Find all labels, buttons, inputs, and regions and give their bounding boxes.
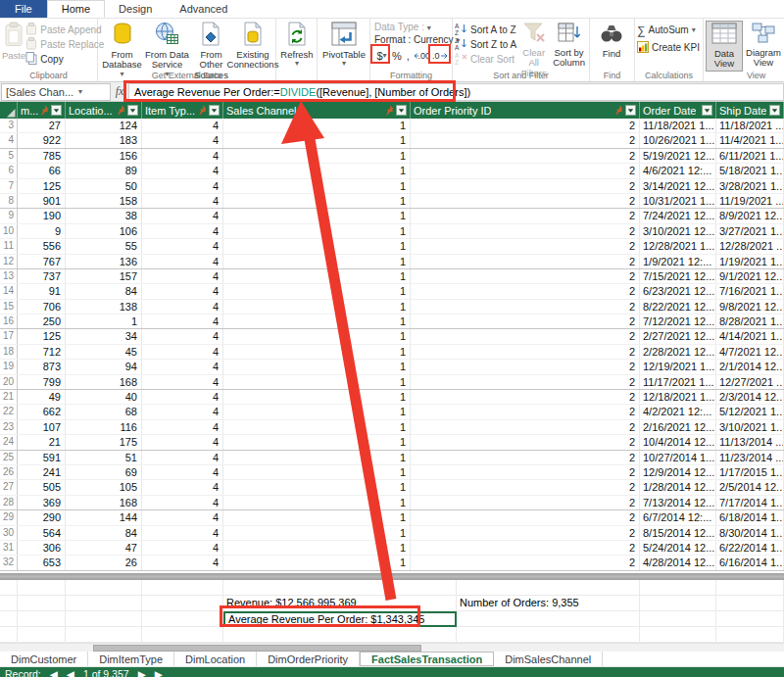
table-cell[interactable]: 4 xyxy=(142,239,223,253)
table-cell[interactable]: 1 xyxy=(223,209,411,222)
paste-append-button[interactable]: Paste Append xyxy=(25,23,104,37)
table-cell[interactable]: 2 xyxy=(411,119,640,132)
table-cell[interactable]: 241 xyxy=(18,465,66,479)
table-cell[interactable]: 125 xyxy=(18,179,66,193)
table-cell[interactable]: 27 xyxy=(18,119,66,132)
data-view-button[interactable]: Data View xyxy=(706,21,743,72)
table-cell[interactable]: 4 xyxy=(142,149,223,163)
table-cell[interactable]: 4 xyxy=(142,451,223,464)
table-cell[interactable]: 1 xyxy=(223,420,411,434)
table-cell[interactable]: 706 xyxy=(18,300,66,314)
table-cell[interactable]: 4 xyxy=(142,133,223,147)
autosum-button[interactable]: ∑ AutoSum ▾ xyxy=(637,23,701,37)
table-cell[interactable]: 3/10/2021 12... xyxy=(640,224,716,238)
table-cell[interactable]: 106 xyxy=(66,224,142,238)
ribbon-tab-file[interactable]: File xyxy=(0,0,47,18)
clear-sort-button[interactable]: AZ Clear Sort xyxy=(455,52,516,67)
table-cell[interactable]: 1 xyxy=(223,314,411,328)
table-cell[interactable]: 901 xyxy=(18,194,66,208)
diagram-view-button[interactable]: Diagram View xyxy=(743,21,784,72)
table-cell[interactable]: 2/16/2021 12... xyxy=(640,420,716,434)
from-other-sources-button[interactable]: From Other Sources xyxy=(190,21,232,72)
table-cell[interactable]: 156 xyxy=(66,149,142,163)
table-cell[interactable]: 2 xyxy=(411,269,640,283)
table-cell[interactable]: 2 xyxy=(411,164,640,177)
row-number[interactable]: 24 xyxy=(0,435,18,449)
measure-cell[interactable] xyxy=(640,580,716,596)
table-cell[interactable]: 38 xyxy=(66,209,142,222)
table-cell[interactable]: 5/12/2021 1... xyxy=(716,405,784,418)
table-cell[interactable]: 4 xyxy=(142,345,223,359)
table-cell[interactable]: 12/27/2021 ... xyxy=(716,375,784,389)
table-cell[interactable]: 2 xyxy=(411,133,640,147)
table-cell[interactable]: 1 xyxy=(223,435,411,449)
table-cell[interactable]: 2 xyxy=(411,451,640,464)
table-cell[interactable]: 4 xyxy=(142,164,223,177)
measure-cell[interactable] xyxy=(457,611,640,627)
existing-connections-button[interactable]: Existing Connections xyxy=(232,21,273,72)
table-cell[interactable]: 12/18/2021 1... xyxy=(640,390,716,404)
table-cell[interactable]: 11/18/2021 ... xyxy=(716,119,784,132)
decrease-decimals-button[interactable]: .0 xyxy=(432,47,450,65)
measure-cell[interactable] xyxy=(223,627,457,643)
table-cell[interactable]: 1 xyxy=(223,119,411,132)
table-cell[interactable]: 1 xyxy=(223,300,411,314)
table-cell[interactable]: 2 xyxy=(411,541,640,555)
table-cell[interactable]: 2 xyxy=(411,405,640,418)
table-cell[interactable]: 1 xyxy=(223,465,411,479)
table-cell[interactable]: 2/27/2021 12... xyxy=(640,329,716,343)
copy-button[interactable]: Copy xyxy=(25,52,104,67)
table-cell[interactable]: 1 xyxy=(223,194,411,208)
row-number[interactable]: 4 xyxy=(0,133,18,147)
table-cell[interactable]: 89 xyxy=(66,164,142,177)
measure-cell[interactable] xyxy=(640,611,716,627)
measure-name-box[interactable]: [Sales Chan... ▾ xyxy=(1,83,111,101)
table-cell[interactable]: 4/6/2021 12:... xyxy=(640,164,716,177)
table-cell[interactable]: 1 xyxy=(223,510,411,524)
table-cell[interactable]: 1 xyxy=(223,390,411,404)
column-header-item-typ[interactable]: Item Typ... xyxy=(142,102,223,119)
row-number[interactable]: 13 xyxy=(0,269,18,283)
table-cell[interactable]: 12/19/2021 1... xyxy=(640,360,716,373)
table-cell[interactable]: 2 xyxy=(411,329,640,343)
table-cell[interactable]: 84 xyxy=(66,526,142,540)
filter-dropdown-icon[interactable] xyxy=(625,105,636,116)
table-cell[interactable]: 2 xyxy=(411,375,640,389)
table-cell[interactable]: 6/11/2021 1... xyxy=(716,149,784,163)
table-cell[interactable]: 1 xyxy=(223,526,411,540)
table-cell[interactable]: 6/7/2014 12:... xyxy=(640,510,716,524)
table-cell[interactable]: 799 xyxy=(18,375,66,389)
table-cell[interactable]: 8/22/2021 12... xyxy=(640,300,716,314)
table-cell[interactable]: 369 xyxy=(18,496,66,509)
table-cell[interactable]: 1 xyxy=(223,149,411,163)
table-cell[interactable]: 4 xyxy=(142,194,223,208)
table-cell[interactable]: 9 xyxy=(18,224,66,238)
measure-cell[interactable] xyxy=(716,580,784,596)
row-number[interactable]: 27 xyxy=(0,480,18,494)
table-cell[interactable]: 4/7/2021 12... xyxy=(716,345,784,359)
table-cell[interactable]: 1 xyxy=(223,224,411,238)
table-cell[interactable]: 4 xyxy=(142,284,223,298)
table-cell[interactable]: 1 xyxy=(66,314,142,328)
table-cell[interactable]: 785 xyxy=(18,149,66,163)
table-cell[interactable]: 11/13/2014 ... xyxy=(716,435,784,449)
row-number[interactable]: 32 xyxy=(0,556,18,569)
table-cell[interactable]: 873 xyxy=(18,360,66,373)
table-cell[interactable]: 21 xyxy=(18,435,66,449)
table-cell[interactable]: 124 xyxy=(66,119,142,132)
measure-grid-splitter[interactable] xyxy=(0,573,784,580)
table-cell[interactable]: 4 xyxy=(142,119,223,132)
table-cell[interactable]: 84 xyxy=(66,284,142,298)
table-cell[interactable]: 50 xyxy=(66,179,142,193)
table-cell[interactable]: 1 xyxy=(223,405,411,418)
table-cell[interactable]: 1 xyxy=(223,284,411,298)
measure-cell[interactable] xyxy=(142,596,223,611)
table-cell[interactable]: 4 xyxy=(142,300,223,314)
table-cell[interactable]: 7/17/2014 1... xyxy=(716,496,784,509)
row-number[interactable]: 8 xyxy=(0,194,18,208)
table-cell[interactable]: 2 xyxy=(411,390,640,404)
measure-cell[interactable] xyxy=(640,596,716,611)
table-cell[interactable]: 105 xyxy=(66,480,142,494)
row-number[interactable]: 28 xyxy=(0,496,18,509)
table-cell[interactable]: 4 xyxy=(142,465,223,479)
